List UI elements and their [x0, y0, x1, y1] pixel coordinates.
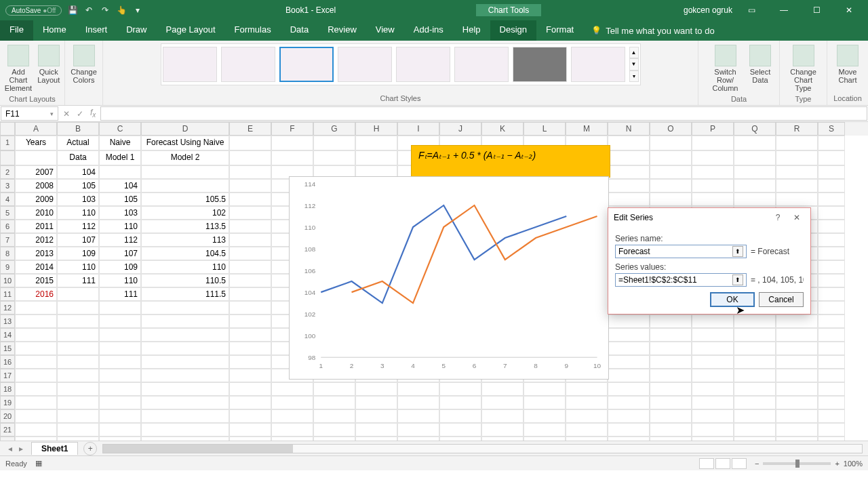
cell[interactable] — [650, 396, 692, 409]
cell[interactable] — [57, 301, 99, 314]
name-box[interactable]: F11▾ — [1, 106, 58, 121]
cell[interactable]: 110 — [99, 274, 141, 287]
cell[interactable]: 110.5 — [141, 274, 229, 287]
cell[interactable] — [776, 165, 818, 179]
tab-insert[interactable]: Insert — [76, 20, 117, 41]
cancel-button[interactable]: Cancel — [759, 292, 804, 307]
cell[interactable] — [524, 423, 566, 436]
cell[interactable] — [57, 369, 99, 382]
cell[interactable] — [776, 355, 818, 369]
column-header-I[interactable]: I — [397, 122, 439, 136]
horizontal-scrollbar[interactable] — [102, 444, 863, 453]
cell[interactable] — [229, 233, 271, 247]
cell[interactable] — [229, 436, 271, 441]
cell[interactable] — [57, 409, 99, 423]
cell[interactable] — [608, 423, 650, 436]
cell[interactable] — [355, 136, 397, 150]
cell[interactable] — [818, 396, 845, 409]
cell[interactable] — [313, 409, 355, 423]
cell[interactable] — [15, 396, 57, 409]
tab-draw[interactable]: Draw — [117, 20, 156, 41]
cell[interactable] — [57, 355, 99, 369]
cell[interactable] — [818, 369, 845, 382]
cell[interactable] — [650, 342, 692, 355]
change-chart-type-button[interactable]: Change Chart Type — [785, 43, 821, 94]
chart-style-8[interactable] — [571, 47, 625, 82]
embedded-chart[interactable]: 9810010210410610811011211412345678910 — [289, 176, 609, 380]
cell[interactable] — [692, 314, 734, 328]
cell[interactable] — [818, 436, 845, 441]
series-name-input[interactable]: Forecast ⬆ — [615, 245, 747, 258]
cell[interactable] — [734, 382, 776, 396]
cell[interactable] — [229, 301, 271, 314]
cell[interactable] — [776, 436, 818, 441]
column-header-D[interactable]: D — [141, 122, 229, 136]
cell[interactable] — [481, 396, 524, 409]
column-header-O[interactable]: O — [650, 122, 692, 136]
row-header[interactable]: 3 — [0, 179, 15, 192]
cell[interactable] — [692, 342, 734, 355]
cell[interactable] — [776, 136, 818, 150]
cell[interactable]: 104 — [99, 179, 141, 192]
cell[interactable] — [776, 423, 818, 436]
cell[interactable] — [99, 436, 141, 441]
select-all-corner[interactable] — [0, 122, 15, 136]
cell[interactable] — [650, 314, 692, 328]
gallery-scroll[interactable]: ▲▼▾ — [629, 47, 639, 82]
cell[interactable] — [818, 192, 845, 206]
cell[interactable] — [355, 436, 397, 441]
cell[interactable]: 104.5 — [141, 247, 229, 260]
cell[interactable] — [15, 423, 57, 436]
cell[interactable] — [141, 436, 229, 441]
sheet-tab-sheet1[interactable]: Sheet1 — [31, 442, 78, 455]
cell[interactable]: Model 2 — [141, 150, 229, 165]
ribbon-options-icon[interactable]: ▭ — [738, 0, 765, 20]
tell-me-search[interactable]: 💡 Tell me what you want to do — [583, 20, 722, 41]
cell[interactable] — [776, 328, 818, 342]
cell[interactable] — [734, 150, 776, 165]
cell[interactable] — [481, 409, 524, 423]
cell[interactable] — [439, 382, 481, 396]
cell[interactable] — [650, 165, 692, 179]
cell[interactable] — [313, 423, 355, 436]
cell[interactable] — [608, 355, 650, 369]
cell[interactable] — [818, 206, 845, 220]
username[interactable]: gokcen ogruk — [684, 5, 732, 15]
cell[interactable] — [776, 409, 818, 423]
cell[interactable] — [57, 328, 99, 342]
cell[interactable] — [734, 192, 776, 206]
cell[interactable] — [57, 287, 99, 301]
cell[interactable] — [650, 136, 692, 150]
chart-style-7[interactable] — [513, 47, 567, 82]
cell[interactable] — [439, 423, 481, 436]
cell[interactable] — [608, 409, 650, 423]
cell[interactable]: 2014 — [15, 260, 57, 274]
cell[interactable] — [355, 409, 397, 423]
cell[interactable] — [99, 355, 141, 369]
cell[interactable]: 103 — [99, 206, 141, 220]
cell[interactable] — [439, 409, 481, 423]
row-header[interactable]: 4 — [0, 192, 15, 206]
macro-record-icon[interactable]: ▦ — [35, 459, 42, 468]
cell[interactable] — [650, 423, 692, 436]
cell[interactable] — [271, 423, 313, 436]
cell[interactable]: 110 — [99, 220, 141, 233]
cell[interactable] — [271, 136, 313, 150]
cell[interactable] — [818, 328, 845, 342]
cell[interactable] — [229, 409, 271, 423]
autosave-toggle[interactable]: AutoSave ●Off — [5, 5, 62, 16]
cell[interactable] — [99, 369, 141, 382]
row-header[interactable]: 12 — [0, 301, 15, 314]
cell[interactable] — [229, 342, 271, 355]
cell[interactable] — [818, 409, 845, 423]
cell[interactable]: 2008 — [15, 179, 57, 192]
close-window-icon[interactable]: ✕ — [835, 0, 863, 20]
row-header[interactable]: 6 — [0, 220, 15, 233]
formula-bar[interactable] — [100, 106, 867, 121]
cell[interactable] — [229, 314, 271, 328]
cell[interactable] — [271, 436, 313, 441]
cell[interactable] — [99, 396, 141, 409]
cell[interactable] — [229, 382, 271, 396]
cell[interactable]: 111 — [99, 287, 141, 301]
chart-style-2[interactable] — [221, 47, 275, 82]
